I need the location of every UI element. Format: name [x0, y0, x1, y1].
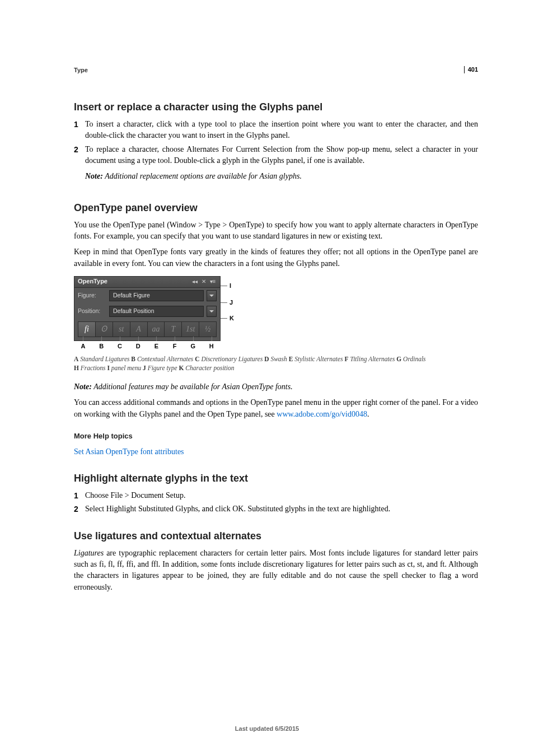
callout-b: B — [92, 342, 111, 351]
collapse-icon[interactable]: ◂◂ — [191, 278, 199, 286]
callout-k: K — [229, 314, 234, 323]
step-number: 2 — [74, 503, 85, 515]
step-item: 2 Select Highlight Substituted Glyphs, a… — [74, 503, 478, 515]
dropdown-icon[interactable] — [207, 290, 217, 301]
callout-a: A — [74, 342, 92, 351]
panel-title: OpenType — [78, 277, 107, 286]
step-number: 1 — [74, 490, 85, 501]
figure-caption: A Standard Ligatures B Contextual Altern… — [74, 354, 478, 372]
note-text: Additional features may be available for… — [92, 382, 293, 391]
step-number: 1 — [74, 119, 85, 142]
figure-select[interactable]: Default Figure — [109, 290, 204, 301]
video-link[interactable]: www.adobe.com/go/vid0048 — [277, 410, 367, 418]
callout-h: H — [202, 342, 221, 351]
panel-menu-icon[interactable]: ▾≡ — [209, 278, 217, 286]
figure-row: Figure: Default Figure — [74, 288, 220, 304]
dropdown-icon[interactable] — [207, 306, 217, 317]
callout-i: I — [229, 282, 231, 291]
ordinals-button[interactable]: 1st — [181, 321, 199, 337]
heading-insert-replace: Insert or replace a character using the … — [74, 100, 478, 114]
note-label: Note: — [74, 382, 92, 391]
footer-last-updated: Last updated 6/5/2015 — [0, 725, 534, 734]
figure-label: Figure: — [78, 291, 106, 300]
step-item: 1 To insert a character, click with a ty… — [74, 119, 478, 142]
callout-labels-bottom: A B C D E F G H — [74, 342, 221, 351]
step-item: 2 To replace a character, choose Alterna… — [74, 144, 478, 187]
callout-e: E — [147, 342, 166, 351]
callout-d: D — [129, 342, 147, 351]
help-link[interactable]: Set Asian OpenType font attributes — [74, 447, 184, 456]
discretionary-ligatures-button[interactable]: st — [113, 321, 130, 337]
close-icon[interactable]: ✕ — [200, 278, 208, 286]
position-select[interactable]: Default Position — [109, 306, 204, 317]
callout-c: C — [111, 342, 129, 351]
opentype-panel: OpenType ◂◂ ✕ ▾≡ Figure: Default Figure … — [74, 276, 221, 341]
opentype-panel-figure: OpenType ◂◂ ✕ ▾≡ Figure: Default Figure … — [74, 276, 478, 351]
feature-buttons: fi ʘ st A aa T 1st ½ — [74, 319, 220, 340]
heading-highlight-glyphs: Highlight alternate glyphs in the text — [74, 471, 478, 486]
paragraph: You can access additional commands and o… — [74, 397, 478, 420]
fractions-button[interactable]: ½ — [199, 321, 217, 337]
step-text: To replace a character, choose Alternate… — [85, 144, 478, 187]
position-label: Position: — [78, 307, 106, 315]
callout-j: J — [229, 298, 233, 307]
position-row: Position: Default Position — [74, 304, 220, 319]
paragraph: You use the OpenType panel (Window > Typ… — [74, 220, 478, 242]
step-text: To insert a character, click with a type… — [85, 119, 478, 142]
breadcrumb: Type — [74, 66, 478, 75]
step-text: Select Highlight Substituted Glyphs, and… — [85, 503, 478, 515]
step-text: Choose File > Document Setup. — [85, 490, 478, 501]
note-text: Additional replacement options are avail… — [103, 172, 302, 180]
callout-f: F — [166, 342, 184, 351]
step-number: 2 — [74, 144, 85, 187]
heading-more-help: More Help topics — [74, 431, 478, 442]
paragraph: Ligatures are typographic replacement ch… — [74, 548, 478, 593]
heading-opentype-overview: OpenType panel overview — [74, 200, 478, 215]
panel-titlebar: OpenType ◂◂ ✕ ▾≡ — [74, 277, 220, 288]
note-label: Note: — [85, 172, 103, 180]
swash-button[interactable]: A — [130, 321, 148, 337]
stylistic-alternates-button[interactable]: aa — [147, 321, 165, 337]
step-item: 1 Choose File > Document Setup. — [74, 490, 478, 501]
contextual-alternates-button[interactable]: ʘ — [95, 321, 113, 337]
callout-g: G — [184, 342, 203, 351]
paragraph: Keep in mind that OpenType fonts vary gr… — [74, 246, 478, 269]
titling-alternates-button[interactable]: T — [164, 321, 182, 337]
standard-ligatures-button[interactable]: fi — [78, 321, 96, 337]
page-number: 401 — [464, 66, 478, 73]
heading-ligatures: Use ligatures and contextual alternates — [74, 529, 478, 543]
term-ligatures: Ligatures — [74, 549, 104, 557]
